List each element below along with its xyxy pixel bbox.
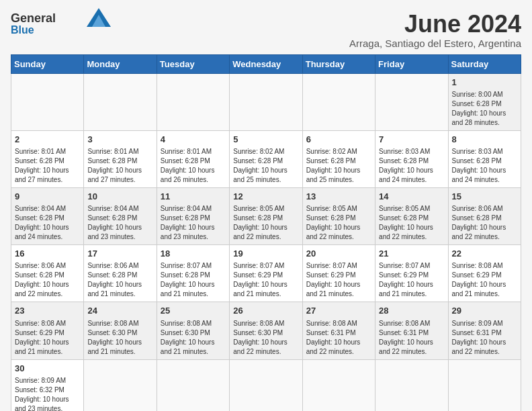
calendar-cell: 15Sunrise: 8:06 AM Sunset: 6:28 PM Dayli… bbox=[448, 187, 521, 244]
calendar-cell: 7Sunrise: 8:03 AM Sunset: 6:28 PM Daylig… bbox=[375, 130, 448, 187]
day-info: Sunrise: 8:06 AM Sunset: 6:28 PM Dayligh… bbox=[87, 261, 152, 299]
calendar-cell bbox=[230, 73, 302, 130]
calendar-cell: 8Sunrise: 8:03 AM Sunset: 6:28 PM Daylig… bbox=[448, 130, 521, 187]
day-info: Sunrise: 8:07 AM Sunset: 6:29 PM Dayligh… bbox=[233, 261, 298, 299]
calendar-week-5: 30Sunrise: 8:09 AM Sunset: 6:32 PM Dayli… bbox=[11, 359, 521, 411]
day-info: Sunrise: 8:04 AM Sunset: 6:28 PM Dayligh… bbox=[15, 204, 80, 242]
weekday-header-tuesday: Tuesday bbox=[157, 54, 229, 73]
logo-blue-text: Blue bbox=[11, 24, 34, 36]
calendar-cell: 24Sunrise: 8:08 AM Sunset: 6:30 PM Dayli… bbox=[84, 302, 157, 359]
calendar-cell: 16Sunrise: 8:06 AM Sunset: 6:28 PM Dayli… bbox=[11, 245, 84, 302]
calendar-cell: 3Sunrise: 8:01 AM Sunset: 6:28 PM Daylig… bbox=[84, 130, 157, 187]
day-number: 13 bbox=[306, 191, 371, 203]
calendar-cell: 6Sunrise: 8:02 AM Sunset: 6:28 PM Daylig… bbox=[302, 130, 375, 187]
day-info: Sunrise: 8:02 AM Sunset: 6:28 PM Dayligh… bbox=[233, 147, 298, 185]
title-area: June 2024 Arraga, Santiago del Estero, A… bbox=[349, 11, 521, 49]
day-info: Sunrise: 8:07 AM Sunset: 6:28 PM Dayligh… bbox=[161, 261, 226, 299]
calendar-cell bbox=[302, 359, 375, 411]
calendar-cell: 13Sunrise: 8:05 AM Sunset: 6:28 PM Dayli… bbox=[302, 187, 375, 244]
calendar-cell: 30Sunrise: 8:09 AM Sunset: 6:32 PM Dayli… bbox=[11, 359, 84, 411]
day-info: Sunrise: 8:08 AM Sunset: 6:29 PM Dayligh… bbox=[452, 261, 517, 299]
day-info: Sunrise: 8:01 AM Sunset: 6:28 PM Dayligh… bbox=[15, 147, 80, 185]
weekday-header-row: SundayMondayTuesdayWednesdayThursdayFrid… bbox=[11, 54, 521, 73]
calendar-cell: 12Sunrise: 8:05 AM Sunset: 6:28 PM Dayli… bbox=[230, 187, 302, 244]
day-info: Sunrise: 8:05 AM Sunset: 6:28 PM Dayligh… bbox=[233, 204, 298, 242]
day-info: Sunrise: 8:05 AM Sunset: 6:28 PM Dayligh… bbox=[379, 204, 444, 242]
day-number: 23 bbox=[15, 305, 80, 317]
calendar-cell: 23Sunrise: 8:08 AM Sunset: 6:29 PM Dayli… bbox=[11, 302, 84, 359]
calendar-cell bbox=[375, 73, 448, 130]
calendar-cell bbox=[302, 73, 375, 130]
day-info: Sunrise: 8:08 AM Sunset: 6:30 PM Dayligh… bbox=[161, 319, 226, 357]
day-info: Sunrise: 8:02 AM Sunset: 6:28 PM Dayligh… bbox=[306, 147, 371, 185]
day-info: Sunrise: 8:06 AM Sunset: 6:28 PM Dayligh… bbox=[15, 261, 80, 299]
day-number: 26 bbox=[233, 305, 298, 317]
day-number: 1 bbox=[452, 77, 517, 89]
calendar-cell: 19Sunrise: 8:07 AM Sunset: 6:29 PM Dayli… bbox=[230, 245, 302, 302]
day-info: Sunrise: 8:09 AM Sunset: 6:32 PM Dayligh… bbox=[15, 376, 80, 411]
calendar-cell: 4Sunrise: 8:01 AM Sunset: 6:28 PM Daylig… bbox=[157, 130, 229, 187]
day-number: 22 bbox=[452, 248, 517, 260]
day-info: Sunrise: 8:08 AM Sunset: 6:30 PM Dayligh… bbox=[233, 319, 298, 357]
calendar-cell bbox=[84, 359, 157, 411]
weekday-header-monday: Monday bbox=[84, 54, 157, 73]
day-number: 19 bbox=[233, 248, 298, 260]
day-number: 4 bbox=[161, 134, 226, 146]
day-info: Sunrise: 8:09 AM Sunset: 6:31 PM Dayligh… bbox=[452, 319, 517, 357]
calendar-cell bbox=[157, 73, 229, 130]
day-number: 15 bbox=[452, 191, 517, 203]
calendar-cell: 26Sunrise: 8:08 AM Sunset: 6:30 PM Dayli… bbox=[230, 302, 302, 359]
calendar-cell: 21Sunrise: 8:07 AM Sunset: 6:29 PM Dayli… bbox=[375, 245, 448, 302]
day-number: 3 bbox=[87, 134, 152, 146]
calendar-week-3: 16Sunrise: 8:06 AM Sunset: 6:28 PM Dayli… bbox=[11, 245, 521, 302]
calendar-week-1: 2Sunrise: 8:01 AM Sunset: 6:28 PM Daylig… bbox=[11, 130, 521, 187]
calendar-cell: 14Sunrise: 8:05 AM Sunset: 6:28 PM Dayli… bbox=[375, 187, 448, 244]
calendar-cell: 22Sunrise: 8:08 AM Sunset: 6:29 PM Dayli… bbox=[448, 245, 521, 302]
weekday-header-wednesday: Wednesday bbox=[230, 54, 302, 73]
calendar-cell: 17Sunrise: 8:06 AM Sunset: 6:28 PM Dayli… bbox=[84, 245, 157, 302]
day-number: 28 bbox=[379, 305, 444, 317]
day-info: Sunrise: 8:04 AM Sunset: 6:28 PM Dayligh… bbox=[87, 204, 152, 242]
calendar-week-2: 9Sunrise: 8:04 AM Sunset: 6:28 PM Daylig… bbox=[11, 187, 521, 244]
calendar-cell bbox=[157, 359, 229, 411]
day-info: Sunrise: 8:04 AM Sunset: 6:28 PM Dayligh… bbox=[161, 204, 226, 242]
calendar-cell bbox=[84, 73, 157, 130]
header: General Blue June 2024 Arraga, Santiago … bbox=[11, 11, 521, 49]
day-number: 7 bbox=[379, 134, 444, 146]
day-info: Sunrise: 8:08 AM Sunset: 6:30 PM Dayligh… bbox=[87, 319, 152, 357]
month-title: June 2024 bbox=[349, 11, 521, 38]
weekday-header-sunday: Sunday bbox=[11, 54, 84, 73]
day-number: 14 bbox=[379, 191, 444, 203]
weekday-header-thursday: Thursday bbox=[302, 54, 375, 73]
calendar-cell bbox=[375, 359, 448, 411]
calendar-cell: 1Sunrise: 8:00 AM Sunset: 6:28 PM Daylig… bbox=[448, 73, 521, 130]
logo-general-text: General bbox=[11, 11, 56, 25]
day-number: 6 bbox=[306, 134, 371, 146]
calendar-cell bbox=[448, 359, 521, 411]
day-number: 16 bbox=[15, 248, 80, 260]
day-number: 30 bbox=[15, 363, 80, 375]
day-info: Sunrise: 8:01 AM Sunset: 6:28 PM Dayligh… bbox=[161, 147, 226, 185]
calendar-cell: 20Sunrise: 8:07 AM Sunset: 6:29 PM Dayli… bbox=[302, 245, 375, 302]
day-number: 24 bbox=[87, 305, 152, 317]
day-info: Sunrise: 8:03 AM Sunset: 6:28 PM Dayligh… bbox=[452, 147, 517, 185]
subtitle: Arraga, Santiago del Estero, Argentina bbox=[349, 38, 521, 49]
day-info: Sunrise: 8:03 AM Sunset: 6:28 PM Dayligh… bbox=[379, 147, 444, 185]
day-info: Sunrise: 8:06 AM Sunset: 6:28 PM Dayligh… bbox=[452, 204, 517, 242]
page-container: General Blue June 2024 Arraga, Santiago … bbox=[11, 11, 521, 411]
day-number: 12 bbox=[233, 191, 298, 203]
logo-area: General Blue bbox=[11, 11, 111, 36]
calendar-cell: 28Sunrise: 8:08 AM Sunset: 6:31 PM Dayli… bbox=[375, 302, 448, 359]
calendar-cell: 27Sunrise: 8:08 AM Sunset: 6:31 PM Dayli… bbox=[302, 302, 375, 359]
day-number: 11 bbox=[161, 191, 226, 203]
day-number: 27 bbox=[306, 305, 371, 317]
day-number: 21 bbox=[379, 248, 444, 260]
day-number: 9 bbox=[15, 191, 80, 203]
calendar-table: SundayMondayTuesdayWednesdayThursdayFrid… bbox=[11, 54, 521, 411]
calendar-cell: 11Sunrise: 8:04 AM Sunset: 6:28 PM Dayli… bbox=[157, 187, 229, 244]
day-info: Sunrise: 8:01 AM Sunset: 6:28 PM Dayligh… bbox=[87, 147, 152, 185]
day-info: Sunrise: 8:05 AM Sunset: 6:28 PM Dayligh… bbox=[306, 204, 371, 242]
calendar-cell: 5Sunrise: 8:02 AM Sunset: 6:28 PM Daylig… bbox=[230, 130, 302, 187]
weekday-header-friday: Friday bbox=[375, 54, 448, 73]
day-number: 5 bbox=[233, 134, 298, 146]
